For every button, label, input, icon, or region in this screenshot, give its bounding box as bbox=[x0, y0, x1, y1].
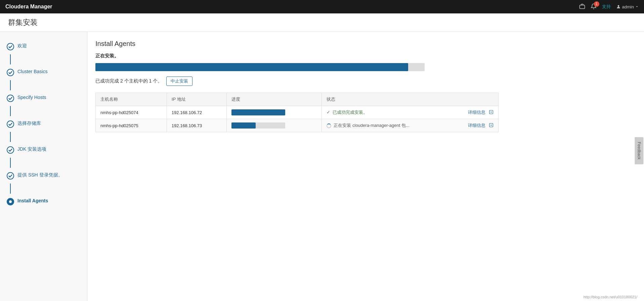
sidebar-label-ssh-credentials: 提供 SSH 登录凭据。 bbox=[17, 172, 63, 179]
cell-progress-1 bbox=[227, 119, 321, 132]
step-icon-install-agents bbox=[7, 198, 14, 205]
row-progress-container-1 bbox=[231, 122, 285, 129]
notification-badge: 1 bbox=[594, 1, 599, 7]
table-body: nmhs-pp-hd025074 192.168.106.72 ✓ 已成功完成安… bbox=[96, 106, 499, 132]
hosts-table: 主机名称 IP 地址 进度 状态 nmhs-pp-hd025074 192.16… bbox=[95, 93, 499, 132]
table-row: nmhs-pp-hd025074 192.168.106.72 ✓ 已成功完成安… bbox=[96, 106, 499, 119]
cell-progress-0 bbox=[227, 106, 321, 119]
abort-button[interactable]: 中止安装 bbox=[166, 77, 192, 86]
cell-hostname-0: nmhs-pp-hd025074 bbox=[96, 106, 167, 119]
connector-6 bbox=[10, 184, 11, 194]
overall-progress-container bbox=[95, 63, 425, 71]
brand-first: Cloudera bbox=[5, 4, 29, 9]
spinner-icon-1 bbox=[327, 123, 331, 128]
sidebar-label-welcome: 欢迎 bbox=[17, 43, 27, 49]
table-header: 主机名称 IP 地址 进度 状态 bbox=[96, 93, 499, 106]
sidebar-label-install-agents: Install Agents bbox=[17, 198, 48, 204]
brand: Cloudera Manager bbox=[5, 4, 52, 10]
section-title: Install Agents bbox=[95, 40, 636, 48]
sidebar-label-specify-hosts: Specify Hosts bbox=[17, 94, 46, 101]
sidebar-item-select-repo[interactable]: 选择存储库 bbox=[0, 116, 87, 132]
col-hostname: 主机名称 bbox=[96, 93, 167, 106]
detail-expand-icon-0[interactable] bbox=[489, 110, 493, 115]
detail-link-0[interactable]: 详细信息 bbox=[468, 109, 485, 115]
content-area: Install Agents 正在安装。 已成功完成 2 个主机中的 1 个。 … bbox=[87, 32, 644, 301]
check-icon-0: ✓ bbox=[327, 110, 330, 115]
step-icon-select-repo bbox=[7, 120, 14, 128]
admin-menu[interactable]: admin bbox=[616, 4, 639, 9]
row-progress-bar-0 bbox=[231, 109, 285, 115]
sidebar-item-install-agents[interactable]: Install Agents bbox=[0, 194, 87, 209]
sidebar: 欢迎 Cluster Basics Specify Hosts 选择存储库 bbox=[0, 32, 87, 301]
table-header-row: 主机名称 IP 地址 进度 状态 bbox=[96, 93, 499, 106]
connector-4 bbox=[10, 132, 11, 142]
status-text-0: 已成功完成安装。 bbox=[333, 110, 368, 115]
status-text: 正在安装。 bbox=[95, 53, 636, 59]
detail-expand-icon-1[interactable] bbox=[489, 123, 493, 129]
svg-point-1 bbox=[617, 5, 619, 7]
sidebar-label-select-repo: 选择存储库 bbox=[17, 120, 41, 127]
top-nav-right: 1 支持 admin bbox=[579, 3, 639, 10]
row-progress-container-0 bbox=[231, 109, 285, 115]
svg-rect-0 bbox=[579, 5, 585, 9]
cell-status-1: 正在安装 cloudera-manager-agent 包... 详细信息 bbox=[321, 119, 498, 132]
status-success-0: ✓ 已成功完成安装。 bbox=[327, 110, 368, 115]
cell-hostname-1: nmhs-pp-hd025075 bbox=[96, 119, 167, 132]
col-ip: IP 地址 bbox=[167, 93, 226, 106]
step-icon-cluster-basics bbox=[7, 69, 14, 76]
feedback-tab[interactable]: Feedback bbox=[635, 137, 644, 164]
bottom-url: http://blog.csdn.net/u010180021/ bbox=[584, 295, 637, 299]
main-layout: 欢迎 Cluster Basics Specify Hosts 选择存储库 bbox=[0, 32, 644, 301]
notification-icon[interactable]: 1 bbox=[591, 3, 597, 10]
detail-link-1[interactable]: 详细信息 bbox=[468, 122, 485, 129]
connector-3 bbox=[10, 106, 11, 116]
sidebar-item-jdk-options[interactable]: JDK 安装选项 bbox=[0, 142, 87, 158]
completion-text: 已成功完成 2 个主机中的 1 个。 bbox=[95, 78, 162, 84]
support-link[interactable]: 支持 bbox=[602, 4, 611, 10]
overall-progress-bar bbox=[95, 63, 408, 71]
table-row: nmhs-pp-hd025075 192.168.106.73 正在安装 clo… bbox=[96, 119, 499, 132]
sidebar-label-cluster-basics: Cluster Basics bbox=[17, 68, 47, 75]
sidebar-label-jdk-options: JDK 安装选项 bbox=[17, 146, 46, 153]
status-installing-1: 正在安装 cloudera-manager-agent 包... bbox=[327, 123, 410, 128]
step-icon-jdk-options bbox=[7, 146, 14, 154]
admin-label: admin bbox=[622, 4, 634, 9]
cell-ip-0: 192.168.106.72 bbox=[167, 106, 226, 119]
step-icon-welcome bbox=[7, 43, 14, 50]
connector-1 bbox=[10, 54, 11, 64]
col-status: 状态 bbox=[321, 93, 498, 106]
cell-status-0: ✓ 已成功完成安装。 详细信息 bbox=[321, 106, 498, 119]
step-icon-specify-hosts bbox=[7, 95, 14, 102]
sidebar-item-ssh-credentials[interactable]: 提供 SSH 登录凭据。 bbox=[0, 168, 87, 184]
step-icon-ssh-credentials bbox=[7, 172, 14, 180]
connector-2 bbox=[10, 80, 11, 90]
sidebar-item-specify-hosts[interactable]: Specify Hosts bbox=[0, 90, 87, 106]
sidebar-item-cluster-basics[interactable]: Cluster Basics bbox=[0, 64, 87, 80]
svg-point-2 bbox=[9, 200, 12, 203]
completion-row: 已成功完成 2 个主机中的 1 个。 中止安装 bbox=[95, 77, 636, 86]
briefcase-icon[interactable] bbox=[579, 3, 585, 10]
row-progress-bar-1 bbox=[231, 122, 256, 129]
page-title: 群集安装 bbox=[8, 17, 636, 28]
connector-5 bbox=[10, 158, 11, 168]
status-text-1: 正在安装 cloudera-manager-agent 包... bbox=[334, 123, 409, 128]
sidebar-item-welcome[interactable]: 欢迎 bbox=[0, 39, 87, 54]
col-progress: 进度 bbox=[227, 93, 321, 106]
brand-bold: Manager bbox=[30, 4, 52, 9]
page-header: 群集安装 bbox=[0, 13, 644, 32]
cell-ip-1: 192.168.106.73 bbox=[167, 119, 226, 132]
top-nav: Cloudera Manager 1 支持 admin bbox=[0, 0, 644, 13]
